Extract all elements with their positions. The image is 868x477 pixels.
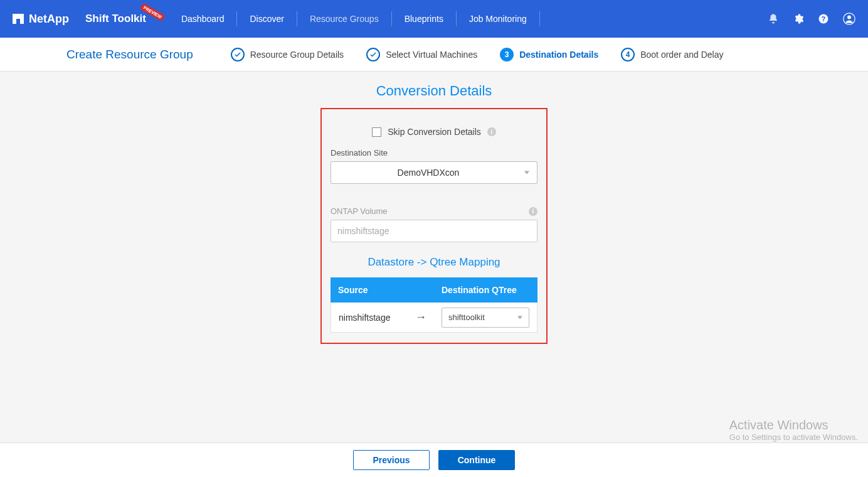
source-cell: nimshiftstage xyxy=(339,313,415,323)
destination-cell: shifttoolkit xyxy=(442,308,529,328)
svg-point-3 xyxy=(847,16,851,19)
chevron-down-icon xyxy=(517,316,522,319)
nav-resource-groups[interactable]: Resource Groups xyxy=(297,11,392,26)
main-nav: Dashboard Discover Resource Groups Bluep… xyxy=(169,11,540,26)
destination-site-label: Destination Site xyxy=(331,148,537,158)
skip-checkbox[interactable] xyxy=(372,127,381,137)
select-value: DemoVHDXcon xyxy=(398,168,460,178)
step-label: Select Virtual Machines xyxy=(386,50,477,60)
svg-text:?: ? xyxy=(822,15,825,23)
check-icon xyxy=(366,48,380,62)
content-area: Conversion Details Skip Conversion Detai… xyxy=(0,72,868,442)
step-label: Destination Details xyxy=(519,50,598,60)
nav-job-monitoring[interactable]: Job Monitoring xyxy=(457,11,540,26)
chevron-down-icon xyxy=(524,171,529,174)
gear-icon[interactable] xyxy=(793,13,804,24)
step-select-vms[interactable]: Select Virtual Machines xyxy=(366,48,477,62)
step-label: Boot order and Delay xyxy=(640,50,723,60)
step-destination-details[interactable]: 3 Destination Details xyxy=(500,48,598,62)
table-header: Source Destination QTree xyxy=(331,277,537,303)
step-number-icon: 4 xyxy=(621,48,635,62)
continue-button[interactable]: Continue xyxy=(438,450,515,470)
check-icon xyxy=(231,48,245,62)
header-icons: ? xyxy=(768,13,855,25)
bell-icon[interactable] xyxy=(768,13,779,24)
destination-qtree-select[interactable]: shifttoolkit xyxy=(442,308,529,328)
toolkit-label: Shift Toolkit Preview xyxy=(85,13,146,25)
help-icon[interactable]: ? xyxy=(818,13,829,24)
nav-discover[interactable]: Discover xyxy=(237,11,297,26)
step-boot-order[interactable]: 4 Boot order and Delay xyxy=(621,48,723,62)
top-bar: NetApp Shift Toolkit Preview Dashboard D… xyxy=(0,0,868,38)
watermark-subtitle: Go to Settings to activate Windows. xyxy=(729,432,858,442)
arrow-right-icon: → xyxy=(415,311,426,324)
step-number-icon: 3 xyxy=(500,48,514,62)
skip-label: Skip Conversion Details xyxy=(388,127,481,137)
col-destination: Destination QTree xyxy=(434,277,537,303)
info-icon[interactable]: i xyxy=(487,127,496,136)
skip-row: Skip Conversion Details i xyxy=(331,127,537,137)
brand-logo: NetApp xyxy=(13,13,69,26)
step-label: Resource Group Details xyxy=(250,50,344,60)
select-value: shifttoolkit xyxy=(448,313,485,322)
input-placeholder: nimshiftstage xyxy=(337,226,389,236)
netapp-icon xyxy=(13,14,24,24)
info-icon[interactable]: i xyxy=(529,207,537,216)
ontap-volume-label: ONTAP Volume i xyxy=(331,206,537,216)
wizard-bar: Create Resource Group Resource Group Det… xyxy=(0,38,868,72)
watermark-title: Activate Windows xyxy=(729,418,858,432)
table-row: nimshiftstage → shifttoolkit xyxy=(331,303,537,333)
brand-label: NetApp xyxy=(29,13,69,26)
previous-button[interactable]: Previous xyxy=(353,450,430,470)
step-resource-group-details[interactable]: Resource Group Details xyxy=(231,48,344,62)
wizard-title: Create Resource Group xyxy=(66,48,193,62)
nav-dashboard[interactable]: Dashboard xyxy=(169,11,238,26)
ontap-volume-input[interactable]: nimshiftstage xyxy=(331,220,537,242)
col-source: Source xyxy=(331,277,434,303)
conversion-details-form: Skip Conversion Details i Destination Si… xyxy=(320,108,548,344)
nav-blueprints[interactable]: Blueprints xyxy=(392,11,457,26)
qtree-mapping-title: Datastore -> Qtree Mapping xyxy=(331,256,537,269)
windows-watermark: Activate Windows Go to Settings to activ… xyxy=(729,418,858,442)
footer-bar: Previous Continue xyxy=(0,442,868,477)
section-title: Conversion Details xyxy=(0,83,868,99)
user-icon[interactable] xyxy=(843,13,855,25)
qtree-mapping-table: Source Destination QTree nimshiftstage →… xyxy=(331,277,537,333)
destination-site-select[interactable]: DemoVHDXcon xyxy=(331,161,537,184)
